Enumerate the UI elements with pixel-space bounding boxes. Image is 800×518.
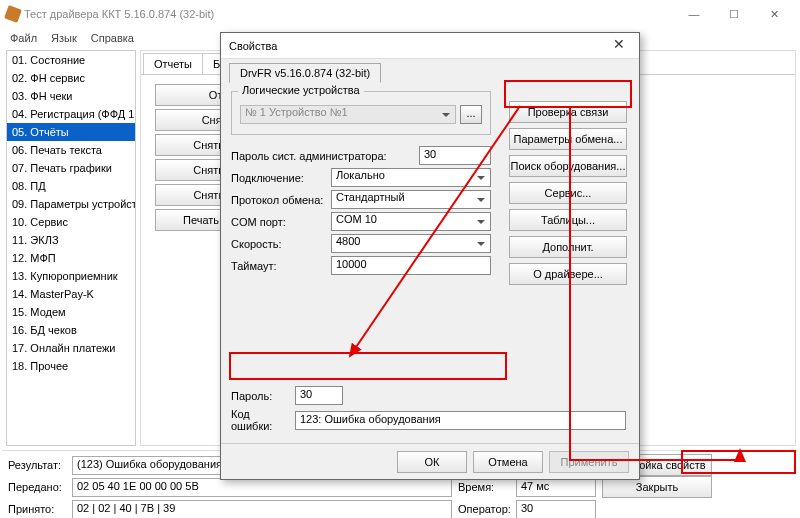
sidebar-item-4[interactable]: 05. Отчёты: [7, 123, 135, 141]
dialog-right-button-4[interactable]: Таблицы...: [509, 209, 627, 231]
window-titlebar: Тест драйвера ККТ 5.16.0.874 (32-bit) — …: [0, 0, 800, 28]
dialog-close-icon[interactable]: ✕: [607, 36, 631, 56]
sidebar-item-3[interactable]: 04. Регистрация (ФФД 1.0): [7, 105, 135, 123]
pass2-input[interactable]: 30: [295, 386, 343, 405]
dialog-right-button-3[interactable]: Сервис...: [509, 182, 627, 204]
send-field[interactable]: 02 05 40 1E 00 00 00 5B: [72, 478, 452, 497]
device-select[interactable]: № 1 Устройство №1: [240, 105, 456, 124]
err-label: Код ошибки:: [231, 408, 291, 432]
pass2-label: Пароль:: [231, 390, 291, 402]
result-label: Результат:: [8, 459, 66, 471]
sidebar-item-1[interactable]: 02. ФН сервис: [7, 69, 135, 87]
err-field[interactable]: 123: Ошибка оборудования: [295, 411, 626, 430]
sidebar-item-7[interactable]: 08. ПД: [7, 177, 135, 195]
sidebar-item-10[interactable]: 11. ЭКЛЗ: [7, 231, 135, 249]
menu-lang[interactable]: Язык: [51, 32, 77, 44]
sidebar-item-6[interactable]: 07. Печать графики: [7, 159, 135, 177]
proto-label: Протокол обмена:: [231, 194, 327, 206]
dialog-cancel-button[interactable]: Отмена: [473, 451, 543, 473]
dialog-right-button-0[interactable]: Проверка связи: [509, 101, 627, 123]
menu-help[interactable]: Справка: [91, 32, 134, 44]
sidebar-item-9[interactable]: 10. Сервис: [7, 213, 135, 231]
sidebar-item-15[interactable]: 16. БД чеков: [7, 321, 135, 339]
com-label: COM порт:: [231, 216, 327, 228]
recv-field[interactable]: 02 | 02 | 40 | 7B | 39: [72, 500, 452, 519]
dialog-right-button-2[interactable]: Поиск оборудования...: [509, 155, 627, 177]
sidebar-item-12[interactable]: 13. Купюроприемник: [7, 267, 135, 285]
sidebar-item-5[interactable]: 06. Печать текста: [7, 141, 135, 159]
close-button[interactable]: ✕: [754, 2, 794, 26]
group-logical-devices: Логические устройства: [238, 84, 364, 96]
dialog-right-button-5[interactable]: Дополнит. параметры...: [509, 236, 627, 258]
operator-label: Оператор:: [458, 503, 510, 515]
dialog-titlebar: Свойства ✕: [221, 33, 639, 59]
speed-select[interactable]: 4800: [331, 234, 491, 253]
dialog-right-button-1[interactable]: Параметры обмена...: [509, 128, 627, 150]
dialog-right-button-6[interactable]: О драйвере...: [509, 263, 627, 285]
minimize-button[interactable]: —: [674, 2, 714, 26]
conn-select[interactable]: Локально: [331, 168, 491, 187]
conn-label: Подключение:: [231, 172, 327, 184]
device-browse-button[interactable]: ...: [460, 105, 482, 124]
admin-pass-input[interactable]: 30: [419, 146, 491, 165]
sidebar-item-2[interactable]: 03. ФН чеки: [7, 87, 135, 105]
sidebar-item-16[interactable]: 17. Онлайн платежи: [7, 339, 135, 357]
sidebar-item-11[interactable]: 12. МФП: [7, 249, 135, 267]
admin-pass-label: Пароль сист. администратора:: [231, 150, 415, 162]
proto-select[interactable]: Стандартный: [331, 190, 491, 209]
recv-label: Принято:: [8, 503, 66, 515]
timeout-input[interactable]: 10000: [331, 256, 491, 275]
window-title: Тест драйвера ККТ 5.16.0.874 (32-bit): [24, 8, 674, 20]
dialog-tab[interactable]: DrvFR v5.16.0.874 (32-bit): [229, 63, 381, 83]
sidebar-item-14[interactable]: 15. Модем: [7, 303, 135, 321]
timeout-label: Таймаут:: [231, 260, 327, 272]
send-label: Передано:: [8, 481, 66, 493]
dialog-ok-button[interactable]: ОК: [397, 451, 467, 473]
sidebar-list[interactable]: 01. Состояние02. ФН сервис03. ФН чеки04.…: [6, 50, 136, 446]
sidebar-item-8[interactable]: 09. Параметры устройства: [7, 195, 135, 213]
speed-label: Скорость:: [231, 238, 327, 250]
sidebar-item-17[interactable]: 18. Прочее: [7, 357, 135, 375]
dialog-title: Свойства: [229, 40, 607, 52]
maximize-button[interactable]: ☐: [714, 2, 754, 26]
tab-reports[interactable]: Отчеты: [143, 53, 203, 74]
menu-file[interactable]: Файл: [10, 32, 37, 44]
time-field[interactable]: 47 мс: [516, 478, 596, 497]
sidebar-item-0[interactable]: 01. Состояние: [7, 51, 135, 69]
sidebar-item-13[interactable]: 14. MasterPay-K: [7, 285, 135, 303]
com-select[interactable]: COM 10: [331, 212, 491, 231]
time-label: Время:: [458, 481, 510, 493]
properties-dialog: Свойства ✕ DrvFR v5.16.0.874 (32-bit) Ло…: [220, 32, 640, 480]
operator-field[interactable]: 30: [516, 500, 596, 519]
dialog-apply-button[interactable]: Применить: [549, 451, 629, 473]
app-icon: [4, 5, 22, 23]
